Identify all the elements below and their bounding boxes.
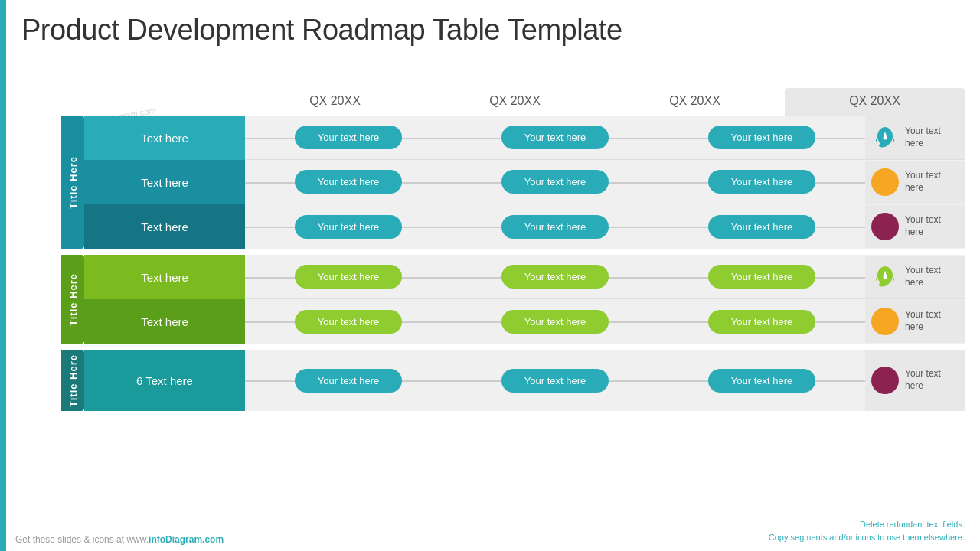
s2r2-pill-3: Your text here	[658, 302, 865, 341]
svg-point-2	[879, 282, 885, 286]
section-3-grid: Your text here Your text here Your text …	[245, 350, 965, 411]
pill[interactable]: Your text here	[295, 310, 402, 334]
s2r1-icon-text: Your text here	[905, 265, 959, 289]
s1r2-pill-1: Your text here	[245, 162, 452, 201]
header: Product Development Roadmap Table Templa…	[0, 0, 980, 54]
section-1-row-2: Your text here Your text here Your text …	[245, 160, 965, 204]
section-2-left: Title Here Text here Text here	[61, 255, 245, 344]
s3r1-pill-3: Your text here	[658, 361, 865, 400]
section-1-label-2: Text here	[84, 160, 245, 204]
s3r1-pill-1: Your text here	[245, 361, 452, 400]
circle-icon	[871, 213, 899, 240]
pill[interactable]: Your text here	[295, 369, 402, 393]
s1r3-pill-3: Your text here	[658, 207, 865, 246]
s3r1-icon-cell: Your text here	[865, 350, 965, 411]
pill[interactable]: Your text here	[708, 265, 815, 289]
section-2-label-1: Text here	[84, 255, 245, 299]
pill[interactable]: Your text here	[295, 126, 402, 149]
section-3: Title Here 6 Text here Your text here Yo…	[61, 350, 965, 411]
section-1-label-1: Text here	[84, 116, 245, 160]
section-2-label-2: Text here	[84, 299, 245, 344]
section-1-title: Title Here	[61, 116, 84, 249]
section-3-title: Title Here	[61, 350, 84, 411]
s1r2-icon-cell: Your text here	[865, 161, 965, 204]
s2r2-pill-2: Your text here	[452, 302, 658, 341]
pill[interactable]: Your text here	[708, 310, 815, 334]
svg-point-0	[879, 143, 885, 147]
s1r3-icon-cell: Your text here	[865, 205, 965, 248]
pill[interactable]: Your text here	[708, 170, 815, 194]
section-2-grid: Your text here Your text here Your text …	[245, 255, 965, 344]
pill[interactable]: Your text here	[501, 126, 609, 149]
s2r1-pill-3: Your text here	[658, 257, 865, 296]
svg-point-3	[884, 275, 887, 279]
section-3-labels: 6 Text here	[84, 350, 245, 411]
section-2-title: Title Here	[61, 255, 84, 344]
pill[interactable]: Your text here	[501, 215, 609, 239]
page-title: Product Development Roadmap Table Templa…	[21, 14, 957, 47]
quarter-header-4: QX 20XX	[785, 88, 965, 116]
section-2: Title Here Text here Text here Your text…	[61, 255, 965, 344]
s1r2-icon-text: Your text here	[905, 170, 959, 194]
quarter-header-3: QX 20XX	[605, 88, 785, 116]
s1r1-pill-1: Your text here	[245, 118, 452, 157]
footer-left: Get these slides & icons at www.infoDiag…	[15, 534, 224, 545]
svg-point-1	[884, 135, 887, 139]
pill[interactable]: Your text here	[501, 265, 609, 289]
s2r2-icon-cell: Your text here	[865, 300, 965, 343]
s2r2-icon-text: Your text here	[905, 309, 959, 333]
s3r1-pill-2: Your text here	[452, 361, 658, 400]
rocket-icon	[871, 263, 899, 291]
section-1-grid: Your text here Your text here Your text …	[245, 116, 965, 249]
s1r1-icon-cell: Your text here	[865, 116, 965, 159]
circle-icon	[871, 367, 899, 394]
section-1-label-3: Text here	[84, 204, 245, 249]
s1r3-pill-1: Your text here	[245, 207, 452, 246]
rocket-icon	[871, 124, 899, 152]
s1r1-icon-text: Your text here	[905, 126, 959, 149]
footer-right: Delete redundant text fields. Copy segme…	[769, 518, 965, 545]
section-2-row-1: Your text here Your text here Your text …	[245, 255, 965, 299]
s2r2-pill-1: Your text here	[245, 302, 452, 341]
pill[interactable]: Your text here	[708, 369, 815, 393]
footer-hint-2: Copy segments and/or icons to use them e…	[769, 531, 965, 545]
s2r1-icon-cell: Your text here	[865, 256, 965, 298]
pill[interactable]: Your text here	[295, 215, 402, 239]
pill[interactable]: Your text here	[501, 369, 609, 393]
page: Product Development Roadmap Table Templa…	[0, 0, 980, 551]
section-1-row-1: Your text here Your text here Your text …	[245, 116, 965, 160]
section-3-label-1: 6 Text here	[84, 350, 245, 411]
s2r1-pill-2: Your text here	[452, 257, 658, 296]
circle-icon	[871, 308, 899, 335]
table-container: QX 20XX QX 20XX QX 20XX QX 20XX Title He…	[61, 88, 965, 505]
quarters-row: QX 20XX QX 20XX QX 20XX QX 20XX	[245, 88, 965, 116]
s1r3-icon-text: Your text here	[905, 214, 959, 238]
quarter-header-2: QX 20XX	[425, 88, 605, 116]
section-1-row-3: Your text here Your text here Your text …	[245, 204, 965, 249]
section-1-left: Title Here Text here Text here Text here	[61, 116, 245, 249]
pill[interactable]: Your text here	[501, 170, 609, 194]
pill[interactable]: Your text here	[501, 310, 609, 334]
quarter-header-1: QX 20XX	[245, 88, 425, 116]
section-2-labels: Text here Text here	[84, 255, 245, 344]
s1r2-pill-2: Your text here	[452, 162, 658, 201]
s1r3-pill-2: Your text here	[452, 207, 658, 246]
pill[interactable]: Your text here	[708, 215, 815, 239]
section-3-row-1: Your text here Your text here Your text …	[245, 350, 965, 411]
section-2-row-2: Your text here Your text here Your text …	[245, 299, 965, 344]
left-accent-bar	[0, 0, 6, 551]
section-1-labels: Text here Text here Text here	[84, 116, 245, 249]
pill[interactable]: Your text here	[295, 170, 402, 194]
pill[interactable]: Your text here	[708, 126, 815, 149]
footer-hint-1: Delete redundant text fields.	[769, 518, 965, 532]
circle-icon	[871, 168, 899, 196]
footer: Get these slides & icons at www.infoDiag…	[0, 518, 980, 545]
pill[interactable]: Your text here	[295, 265, 402, 289]
s1r1-pill-3: Your text here	[658, 118, 865, 157]
section-1: Title Here Text here Text here Text here…	[61, 116, 965, 249]
footer-brand: infoDiagram.com	[149, 534, 224, 545]
section-3-left: Title Here 6 Text here	[61, 350, 245, 411]
s2r1-pill-1: Your text here	[245, 257, 452, 296]
s3r1-icon-text: Your text here	[905, 368, 959, 392]
s1r2-pill-3: Your text here	[658, 162, 865, 201]
